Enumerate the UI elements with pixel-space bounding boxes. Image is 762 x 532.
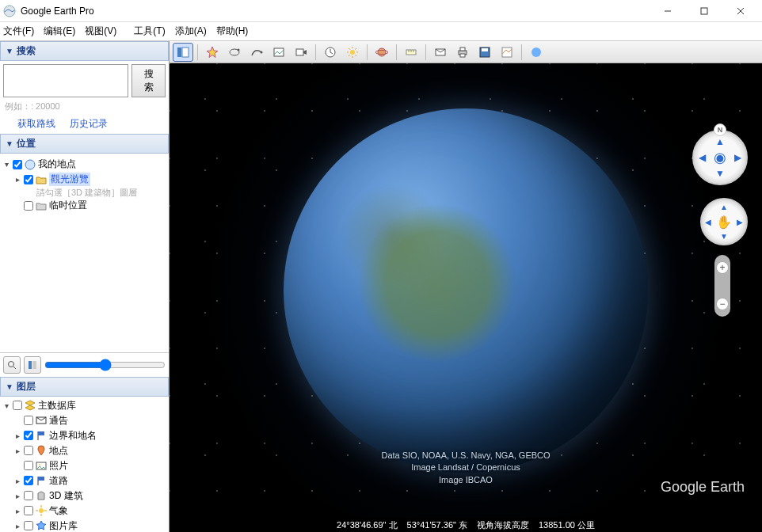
search-input[interactable] [3,64,128,97]
checkbox-gallery[interactable] [24,521,33,530]
tree-label: 边界和地名 [49,429,97,443]
history-button[interactable] [320,43,341,62]
layers-icon [24,399,36,412]
zoom-control[interactable]: + − [714,255,730,317]
pan-left-icon[interactable]: ◀ [705,218,711,226]
checkbox-borders[interactable] [24,431,33,440]
search-panel-header[interactable]: ▼ 搜索 [0,41,169,61]
expand-icon[interactable]: ▸ [13,431,22,440]
zoom-out-button[interactable]: − [716,298,729,310]
tree-row-roads[interactable]: ▸ 道路 [2,473,167,488]
split-view-button[interactable] [24,356,41,374]
checkbox-sightseeing[interactable] [24,175,33,184]
planets-button[interactable] [371,43,392,62]
checkbox-locations[interactable] [24,446,33,455]
hand-icon[interactable]: ✋ [716,215,732,230]
minimize-button[interactable] [650,0,686,22]
menu-file[interactable]: 文件(F) [3,25,34,38]
watermark: Google Earth [661,479,745,496]
menu-add[interactable]: 添加(A) [175,25,207,38]
search-panel: 搜索 例如：: 20000 获取路线 历史记录 [0,61,169,134]
checkbox-my-places[interactable] [13,160,22,169]
places-panel-header[interactable]: ▼ 位置 [0,134,169,154]
layers-header-label: 图层 [17,380,36,393]
tree-row-my-places[interactable]: ▾ 我的地点 [2,157,167,172]
checkbox-3d-buildings[interactable] [24,491,33,500]
menu-view[interactable]: 视图(V) [85,25,116,38]
checkbox-photos[interactable] [24,461,33,470]
tree-row-gallery[interactable]: ▸ 图片库 [2,519,167,532]
toggle-sidebar-button[interactable] [173,43,193,62]
north-indicator[interactable]: N [714,124,726,136]
layers-panel-header[interactable]: ▼ 图层 [0,377,169,397]
sunlight-button[interactable] [342,43,363,62]
earth-globe[interactable] [284,108,648,473]
expand-icon[interactable]: ▾ [2,160,11,169]
tree-row-locations[interactable]: ▸ 地点 [2,443,167,458]
tree-row-primary-db[interactable]: ▾ 主数据库 [2,398,167,413]
look-left-icon[interactable]: ◀ [699,152,706,163]
look-right-icon[interactable]: ▶ [734,152,741,163]
tree-row-3d-buildings[interactable]: ▸ 3D 建筑 [2,488,167,504]
tree-row-weather[interactable]: ▸ 气象 [2,504,167,519]
expand-icon[interactable]: ▸ [13,492,22,500]
polygon-button[interactable] [224,43,245,62]
tree-row-temp-places[interactable]: 临时位置 [2,198,167,213]
svg-rect-48 [482,48,488,51]
view-in-maps-button[interactable] [497,43,517,62]
look-down-icon[interactable]: ▼ [715,168,725,179]
expand-icon[interactable]: ▸ [13,522,22,530]
globe-viewport[interactable]: N ▲ ▼ ◀ ▶ ◉ ▲ ▼ ◀ ▶ ✋ + − Data SIO, NOAA… [170,63,762,518]
expand-icon [13,201,22,210]
svg-point-6 [9,361,14,367]
maximize-button[interactable] [686,0,722,22]
checkbox-roads[interactable] [24,476,33,485]
tree-label: 照片 [49,459,68,473]
checkbox-temp-places[interactable] [24,201,33,211]
zoom-in-button[interactable]: + [716,261,729,274]
eye-icon[interactable]: ◉ [714,149,726,166]
get-directions-link[interactable]: 获取路线 [17,117,55,131]
search-places-button[interactable] [3,356,21,374]
svg-line-36 [356,48,357,50]
opacity-slider[interactable] [44,359,166,371]
pan-down-icon[interactable]: ▼ [720,232,728,241]
folder-icon [35,173,48,186]
close-button[interactable] [722,0,759,22]
tree-row-photos[interactable]: 照片 [2,458,167,473]
save-image-button[interactable] [474,43,495,62]
status-alt: 13851.00 公里 [539,519,595,531]
expand-icon[interactable]: ▸ [13,446,22,455]
sign-in-button[interactable] [526,43,547,62]
checkbox-announcements[interactable] [24,416,33,425]
tree-row-borders[interactable]: ▸ 边界和地名 [2,428,167,443]
print-button[interactable] [452,43,473,62]
expand-icon[interactable]: ▸ [13,477,22,485]
expand-icon[interactable]: ▸ [13,175,22,184]
tree-row-sightseeing[interactable]: ▸ 觀光游覽 [2,172,167,187]
main-toolbar [170,41,762,63]
nav-pan[interactable]: ▲ ▼ ◀ ▶ ✋ [700,198,748,245]
expand-icon[interactable]: ▸ [13,507,22,515]
ruler-button[interactable] [401,43,421,62]
pan-right-icon[interactable]: ▶ [737,218,743,226]
look-up-icon[interactable]: ▲ [715,136,725,147]
expand-icon[interactable]: ▾ [2,401,11,410]
search-button[interactable]: 搜索 [131,64,166,97]
email-button[interactable] [430,43,451,62]
image-overlay-button[interactable] [269,43,289,62]
tree-row-announcements[interactable]: 通告 [2,413,167,428]
menu-tools[interactable]: 工具(T) [134,25,165,38]
placemark-button[interactable] [202,43,223,62]
pan-up-icon[interactable]: ▲ [720,203,728,211]
tree-label: 主数据库 [38,399,76,412]
menu-help[interactable]: 帮助(H) [216,25,249,38]
menu-edit[interactable]: 编辑(E) [44,25,75,38]
nav-compass[interactable]: N ▲ ▼ ◀ ▶ ◉ [692,130,748,185]
checkbox-primary-db[interactable] [13,401,22,410]
history-link[interactable]: 历史记录 [70,117,108,131]
checkbox-weather[interactable] [24,506,33,515]
path-button[interactable] [246,43,267,62]
globe-icon [24,158,36,171]
record-tour-button[interactable] [291,43,311,62]
